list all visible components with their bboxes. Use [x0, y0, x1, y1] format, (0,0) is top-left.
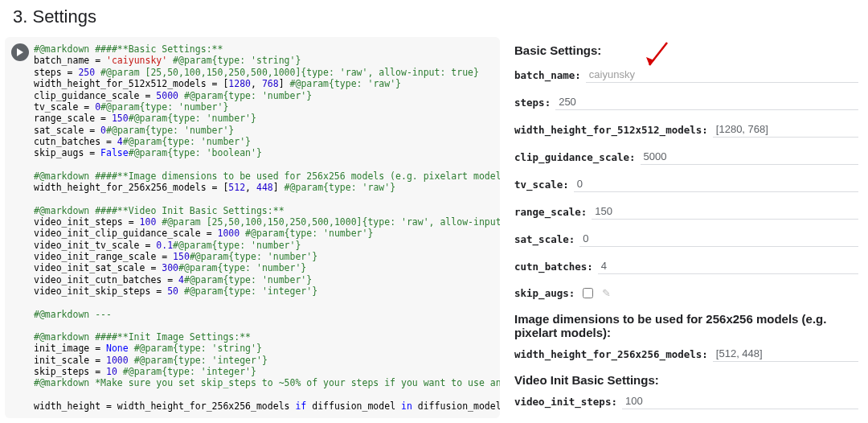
image-dims-heading: Image dimensions to be used for 256x256 …: [514, 312, 858, 339]
wh512-input[interactable]: [713, 121, 858, 138]
skip-augs-label: skip_augs:: [514, 287, 575, 299]
batch-name-input[interactable]: [586, 67, 858, 83]
batch-name-label: batch_name:: [514, 69, 581, 81]
sat-scale-input[interactable]: [579, 231, 858, 247]
pencil-icon[interactable]: ✎: [602, 287, 611, 299]
code-editor[interactable]: #@markdown ####**Basic Settings:**batch_…: [5, 43, 500, 412]
run-button[interactable]: [11, 43, 29, 61]
skip-augs-checkbox[interactable]: [583, 288, 593, 298]
tv-scale-label: tv_scale:: [514, 179, 569, 191]
svg-marker-0: [17, 48, 23, 56]
cutn-batches-input[interactable]: [598, 258, 858, 274]
code-cell: #@markdown ####**Basic Settings:**batch_…: [5, 37, 500, 418]
range-scale-label: range_scale:: [514, 206, 587, 218]
form-panel: Basic Settings: batch_name: steps: width…: [500, 37, 868, 421]
wh256-label: width_height_for_256x256_models:: [514, 348, 708, 360]
tv-scale-input[interactable]: [574, 176, 858, 192]
steps-label: steps:: [514, 97, 551, 109]
section-title: 3. Settings: [0, 0, 868, 37]
clip-guidance-input[interactable]: [641, 149, 858, 165]
video-init-heading: Video Init Basic Settings:: [514, 373, 858, 387]
steps-input[interactable]: [555, 94, 858, 110]
wh256-input[interactable]: [713, 346, 858, 362]
range-scale-input[interactable]: [592, 203, 858, 220]
clip-guidance-label: clip_guidance_scale:: [514, 151, 636, 163]
play-icon: [16, 48, 24, 56]
wh512-label: width_height_for_512x512_models:: [514, 124, 708, 136]
video-init-steps-label: video_init_steps:: [514, 396, 617, 408]
basic-settings-heading: Basic Settings:: [514, 43, 858, 57]
video-init-steps-input[interactable]: [622, 393, 858, 409]
cutn-batches-label: cutn_batches:: [514, 261, 593, 273]
svg-marker-2: [646, 57, 654, 65]
sat-scale-label: sat_scale:: [514, 233, 575, 245]
